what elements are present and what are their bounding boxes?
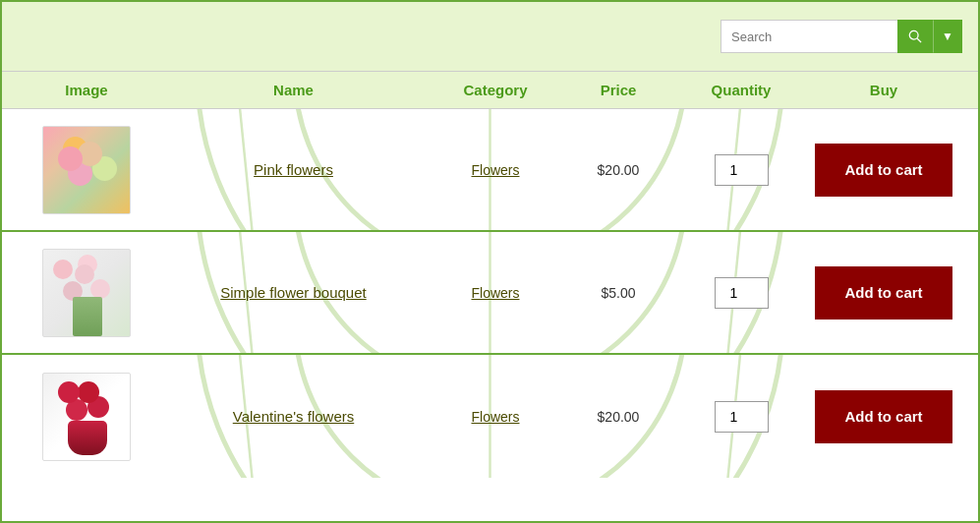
product-category-link[interactable]: Flowers xyxy=(471,409,519,425)
product-category-cell: Flowers xyxy=(432,162,559,178)
search-wrapper: ▼ xyxy=(721,20,962,53)
product-name-link[interactable]: Valentine's flowers xyxy=(233,408,354,425)
column-headers: Image Name Category Price Quantity Buy xyxy=(2,71,978,109)
product-image-cell xyxy=(18,249,155,337)
col-header-image: Image xyxy=(18,82,155,98)
product-price-cell: $20.00 xyxy=(559,409,677,425)
product-image xyxy=(42,126,131,214)
product-name-cell: Simple flower bouquet xyxy=(155,284,432,301)
product-quantity-cell xyxy=(677,401,805,433)
col-header-category: Category xyxy=(432,82,559,98)
quantity-input[interactable] xyxy=(715,401,769,433)
product-buy-cell: Add to cart xyxy=(805,266,962,320)
add-to-cart-button[interactable]: Add to cart xyxy=(815,266,952,320)
product-image xyxy=(42,249,131,337)
col-header-price: Price xyxy=(559,82,677,98)
table-row: Simple flower bouquet Flowers $5.00 Add … xyxy=(2,232,978,355)
product-price: $20.00 xyxy=(598,162,640,178)
add-to-cart-button[interactable]: Add to cart xyxy=(815,144,952,197)
product-quantity-cell xyxy=(677,154,805,186)
product-category-cell: Flowers xyxy=(432,285,559,301)
search-button[interactable] xyxy=(897,20,933,53)
product-quantity-cell xyxy=(677,277,805,309)
svg-point-0 xyxy=(909,30,918,39)
svg-line-1 xyxy=(917,38,921,42)
product-name-cell: Pink flowers xyxy=(155,161,432,178)
table-row: Valentine's flowers Flowers $20.00 Add t… xyxy=(2,355,978,478)
header: ▼ xyxy=(2,2,978,71)
product-category-link[interactable]: Flowers xyxy=(471,285,519,301)
col-header-buy: Buy xyxy=(805,82,962,98)
product-price-cell: $5.00 xyxy=(559,285,677,301)
product-image-cell xyxy=(18,373,155,461)
quantity-input[interactable] xyxy=(715,277,769,309)
product-price-cell: $20.00 xyxy=(559,162,677,178)
product-price: $5.00 xyxy=(601,285,635,301)
quantity-input[interactable] xyxy=(715,154,769,186)
col-header-quantity: Quantity xyxy=(677,82,805,98)
search-icon xyxy=(908,29,922,43)
product-buy-cell: Add to cart xyxy=(805,144,962,197)
search-input[interactable] xyxy=(721,20,897,53)
table-row: Pink flowers Flowers $20.00 Add to cart xyxy=(2,109,978,232)
product-name-link[interactable]: Simple flower bouquet xyxy=(220,284,366,301)
add-to-cart-button[interactable]: Add to cart xyxy=(815,390,952,443)
product-category-cell: Flowers xyxy=(432,409,559,425)
product-name-cell: Valentine's flowers xyxy=(155,408,432,425)
product-table: Pink flowers Flowers $20.00 Add to cart … xyxy=(2,109,978,478)
search-dropdown-button[interactable]: ▼ xyxy=(933,20,962,53)
product-price: $20.00 xyxy=(598,409,640,425)
product-image-cell xyxy=(18,126,155,214)
product-image xyxy=(42,373,131,461)
product-buy-cell: Add to cart xyxy=(805,390,962,443)
col-header-name: Name xyxy=(155,82,432,98)
product-name-link[interactable]: Pink flowers xyxy=(254,161,333,178)
product-category-link[interactable]: Flowers xyxy=(471,162,519,178)
